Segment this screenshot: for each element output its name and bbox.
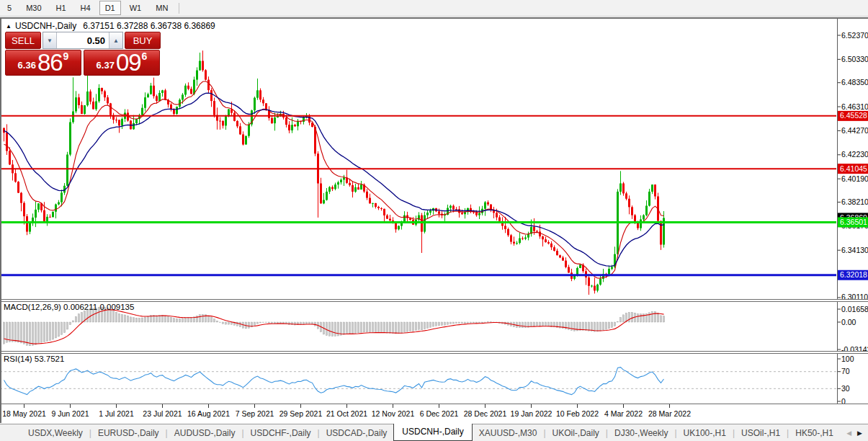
svg-text:6.34130: 6.34130 (841, 246, 868, 254)
chart-tab-hk50-h1[interactable]: HK50-,H1 (789, 426, 840, 440)
svg-text:6.48350: 6.48350 (841, 78, 868, 86)
timeframe-button-h1[interactable]: H1 (50, 1, 72, 15)
chart-ohlc-values: 6.37151 6.37288 6.36738 6.36869 (83, 21, 215, 31)
one-click-trading-panel: SELL ▼ ▲ BUY 6.36 86 9 6.37 09 6 (5, 32, 161, 76)
volume-decrease-button[interactable]: ▼ (43, 32, 57, 48)
toolbar-separator (179, 3, 179, 14)
chart-tab-usdcad-daily[interactable]: USDCAD-,Daily (320, 426, 394, 440)
svg-text:6.32018: 6.32018 (840, 270, 867, 279)
chart-tab-ukoil-daily[interactable]: UKOil-,Daily (546, 426, 606, 440)
svg-text:70: 70 (841, 367, 850, 375)
chart-tab-usdx-weekly[interactable]: USDX,Weekly (22, 426, 89, 440)
chart-tab-usdchf-daily[interactable]: USDCHF-,Daily (244, 426, 318, 440)
svg-text:18 May 2021: 18 May 2021 (2, 409, 46, 418)
svg-text:6.42230: 6.42230 (841, 150, 868, 159)
buy-price-pip-digit: 6 (142, 50, 148, 62)
svg-text:6.44270: 6.44270 (841, 126, 868, 135)
rsi-indicator-label: RSI(14) 53.7521 (4, 355, 64, 363)
chart-tab-audusd-daily[interactable]: AUDUSD-,Daily (168, 426, 242, 440)
sell-button[interactable]: SELL (5, 32, 41, 49)
tab-scroll-left-icon[interactable]: ◀ (846, 429, 851, 437)
svg-text:16 Aug 2021: 16 Aug 2021 (187, 409, 230, 418)
svg-text:1 Jul 2021: 1 Jul 2021 (99, 409, 134, 418)
chart-title: USDCNH-,Daily (15, 21, 76, 31)
timeframe-toolbar: 5M30H1H4D1W1MN (0, 0, 868, 17)
volume-control: ▼ ▲ (42, 32, 123, 49)
svg-text:6.46310: 6.46310 (841, 102, 868, 111)
buy-button[interactable]: BUY (125, 32, 161, 49)
svg-text:21 Oct 2021: 21 Oct 2021 (326, 409, 367, 418)
quote-panel-price-row: 6.36 86 9 6.37 09 6 (5, 50, 161, 76)
svg-text:19 Jan 2022: 19 Jan 2022 (511, 409, 552, 418)
chart-tab-dj30-weekly[interactable]: DJ30-,Weekly (608, 426, 674, 440)
sell-price-prefix: 6.36 (18, 60, 36, 71)
svg-text:28 Dec 2021: 28 Dec 2021 (464, 409, 507, 418)
chart-window-left-border (0, 17, 1, 423)
chart-tab-bar: USDX,Weekly|EURUSD-,Daily|AUDUSD-,Daily|… (0, 424, 868, 441)
svg-text:6.50330: 6.50330 (841, 55, 868, 63)
tab-scroll-arrows: ◀▶ (846, 429, 868, 437)
svg-text:28 Mar 2022: 28 Mar 2022 (648, 409, 691, 418)
chart-tab-uk100-h1[interactable]: UK100-,H1 (677, 426, 733, 440)
svg-text:7 Sep 2021: 7 Sep 2021 (236, 409, 274, 418)
svg-text:0.00: 0.00 (841, 318, 856, 326)
svg-text:23 Jul 2021: 23 Jul 2021 (143, 409, 182, 418)
price-macd-panel-divider[interactable] (0, 299, 868, 302)
chart-tab-xauusd-m30[interactable]: XAUUSD-,M30 (473, 426, 544, 440)
svg-text:6.38210: 6.38210 (841, 197, 868, 206)
buy-price-prefix: 6.37 (97, 60, 115, 71)
sell-price-big-digits: 86 (37, 52, 63, 74)
svg-text:6.36501: 6.36501 (840, 218, 867, 226)
svg-text:6.41045: 6.41045 (840, 164, 867, 173)
buy-price-big-digits: 09 (116, 52, 141, 74)
chart-tab-usoil-h1[interactable]: USOil-,H1 (735, 426, 787, 440)
svg-text:12 Nov 2021: 12 Nov 2021 (372, 409, 415, 418)
timeframe-button-h4[interactable]: H4 (75, 1, 97, 15)
chart-tab-usdcnh-daily[interactable]: USDCNH-,Daily (393, 424, 472, 441)
timeframe-button-d1[interactable]: D1 (99, 1, 121, 15)
svg-text:100: 100 (841, 355, 854, 363)
tab-scroll-right-icon[interactable]: ▶ (857, 429, 862, 437)
macd-indicator-label: MACD(12,26,9) 0.006211 0.009135 (4, 303, 134, 311)
svg-text:6 Dec 2021: 6 Dec 2021 (420, 409, 459, 418)
svg-text:6.45528: 6.45528 (840, 111, 867, 120)
quote-panel-top-row: SELL ▼ ▲ BUY (5, 32, 161, 49)
chart-header: ▲USDCNH-,Daily6.37151 6.37288 6.36738 6.… (6, 21, 215, 31)
collapse-triangle-icon[interactable]: ▲ (6, 23, 12, 30)
macd-rsi-panel-divider[interactable] (0, 351, 868, 354)
svg-text:0.016586: 0.016586 (841, 305, 868, 313)
chart-tab-eurusd-daily[interactable]: EURUSD-,Daily (91, 426, 166, 440)
volume-increase-button[interactable]: ▲ (109, 32, 122, 48)
trading-terminal-window: 5M30H1H4D1W1MN 6.523706.503306.483506.46… (0, 0, 868, 441)
svg-text:29 Sep 2021: 29 Sep 2021 (279, 409, 323, 418)
svg-text:6.40190: 6.40190 (841, 174, 868, 183)
svg-text:9 Jun 2021: 9 Jun 2021 (52, 409, 89, 418)
svg-text:30: 30 (841, 384, 850, 393)
volume-input[interactable] (57, 32, 109, 48)
timeframe-button-m30[interactable]: M30 (20, 1, 47, 15)
rsi-timeaxis-divider (0, 404, 868, 404)
svg-text:10 Feb 2022: 10 Feb 2022 (556, 409, 599, 418)
svg-text:4 Mar 2022: 4 Mar 2022 (604, 409, 643, 418)
sell-price-button[interactable]: 6.36 86 9 (5, 50, 81, 76)
timeframe-button-w1[interactable]: W1 (124, 1, 148, 15)
svg-text:6.52370: 6.52370 (841, 31, 868, 40)
chart-window-top-border (0, 17, 868, 19)
sell-price-pip-digit: 9 (63, 50, 69, 62)
timeframe-button-mn[interactable]: MN (150, 1, 174, 15)
timeframe-button-5[interactable]: 5 (1, 1, 17, 15)
buy-price-button[interactable]: 6.37 09 6 (84, 50, 160, 76)
